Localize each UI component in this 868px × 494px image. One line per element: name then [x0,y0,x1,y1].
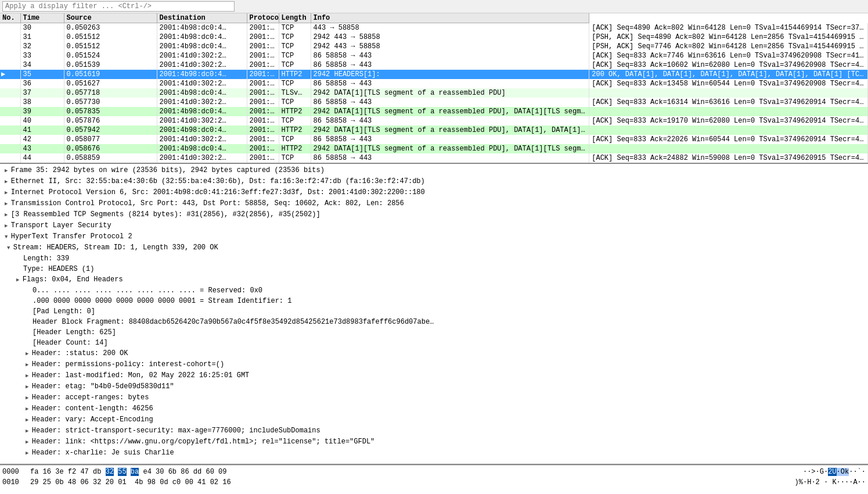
detail-item-reserved[interactable]: 0... .... .... .... .... .... .... .... … [0,285,868,296]
detail-item-header-x-charlie[interactable]: ▶ Header: x-charlie: Je suis Charlie [0,448,868,459]
detail-item-ipv6[interactable]: ▶ Internet Protocol Version 6, Src: 2001… [0,187,868,198]
table-row[interactable]: 330.0515242001:41d0:302:2…2001:4b98:dc0:… [0,51,868,60]
detail-item-header-length[interactable]: [Header Length: 625] [0,327,868,338]
row-destination: 2001:41d0:302:2… [247,70,279,79]
table-row[interactable]: 440.0588592001:41d0:302:2…2001:4b98:dc0:… [0,153,868,163]
detail-item-length[interactable]: Length: 339 [0,253,868,264]
row-info: [ACK] Seq=833 Ack=7746 Win=63616 Len=0 T… [589,51,868,60]
detail-item-type[interactable]: Type: HEADERS (1) [0,264,868,274]
row-no: 41 [20,126,64,135]
row-source: 2001:4b98:dc0:4… [157,70,247,79]
detail-item-header-etag[interactable]: ▶ Header: etag: "b4b0-5de09d5830d11" [0,381,868,392]
row-info: [ACK] Seq=4890 Ack=802 Win=64128 Len=0 T… [589,23,868,33]
row-protocol: TCP [279,135,311,144]
detail-item-header-block[interactable]: Header Block Fragment: 88408dacb6526420c… [0,317,868,327]
filter-input[interactable] [2,1,235,12]
detail-item-frame[interactable]: ▶ Frame 35: 2942 bytes on wire (23536 bi… [0,165,868,176]
row-no: 44 [20,153,64,163]
row-source: 2001:4b98:dc0:4… [157,23,247,33]
row-destination: 2001:4b98:dc0:4… [247,135,279,144]
row-info: [ACK] Seq=833 Ack=22026 Win=60544 Len=0 … [589,135,868,144]
row-destination: 2001:4b98:dc0:4… [247,98,279,107]
row-arrow [0,88,20,98]
table-row[interactable]: 410.0579422001:4b98:dc0:4…2001:41d0:302:… [0,126,868,135]
detail-item-text: Header: last-modified: Mon, 02 May 2022 … [32,371,249,380]
table-row[interactable]: 400.0578762001:41d0:302:2…2001:4b98:dc0:… [0,116,868,126]
detail-item-text: Header: x-charlie: Je suis Charlie [32,449,174,457]
detail-item-stream[interactable]: ▼ Stream: HEADERS, Stream ID: 1, Length … [0,242,868,253]
table-row[interactable]: 320.0515122001:4b98:dc0:4…2001:41d0:302:… [0,42,868,51]
row-length: 86 58858 → 443 [311,153,589,163]
table-row[interactable]: 360.0516272001:41d0:302:2…2001:4b98:dc0:… [0,79,868,88]
detail-item-header-strict-transport[interactable]: ▶ Header: strict-transport-security: max… [0,425,868,436]
row-arrow [0,42,20,51]
detail-item-header-content-length[interactable]: ▶ Header: content-length: 46256 [0,403,868,414]
row-destination: 2001:4b98:dc0:4… [247,116,279,126]
detail-item-header-count[interactable]: [Header Count: 14] [0,338,868,348]
row-destination: 2001:41d0:302:2… [247,107,279,116]
detail-item-header-permissions[interactable]: ▶ Header: permissions-policy: interest-c… [0,359,868,370]
detail-item-header-last-modified[interactable]: ▶ Header: last-modified: Mon, 02 May 202… [0,370,868,381]
col-time: Time [20,13,64,23]
detail-panel: ▶ Frame 35: 2942 bytes on wire (23536 bi… [0,164,868,465]
expand-arrow: ▶ [5,168,11,174]
row-arrow [0,23,20,33]
detail-item-header-accept-ranges[interactable]: ▶ Header: accept-ranges: bytes [0,392,868,403]
expand-arrow: ▶ [26,406,32,412]
detail-item-ethernet[interactable]: ▶ Ethernet II, Src: 32:55:ba:e4:30:6b (3… [0,176,868,187]
hex-bytes: 29 25 0b 48 06 32 20 01 4b 98 0d c0 00 4… [30,477,790,488]
row-arrow [0,51,20,60]
row-length: 2942 HEADERS[1]: [311,70,589,79]
expand-arrow: ▶ [5,190,11,196]
table-row[interactable]: 390.0578352001:4b98:dc0:4…2001:41d0:302:… [0,107,868,116]
row-length: 2942 DATA[1][TLS segment of a reassemble… [311,144,589,153]
row-time: 0.051539 [64,60,157,70]
detail-item-header-vary[interactable]: ▶ Header: vary: Accept-Encoding [0,414,868,425]
detail-item-text: Frame 35: 2942 bytes on wire (23536 bits… [11,166,325,174]
detail-item-tcp[interactable]: ▶ Transmission Control Protocol, Src Por… [0,198,868,209]
table-row[interactable]: 300.0502632001:4b98:dc0:4…2001:41d0:302:… [0,23,868,33]
table-row[interactable]: 430.0586762001:4b98:dc0:4…2001:41d0:302:… [0,144,868,153]
row-no: 30 [20,23,64,33]
row-protocol: HTTP2 [279,126,311,135]
detail-item-http2[interactable]: ▼ HyperText Transfer Protocol 2 [0,231,868,242]
row-no: 40 [20,116,64,126]
row-arrow [0,33,20,42]
table-row[interactable]: 370.0577182001:4b98:dc0:4…2001:41d0:302:… [0,88,868,98]
detail-item-tcp-reassembled[interactable]: ▶ [3 Reassembled TCP Segments (8214 byte… [0,209,868,220]
detail-item-text: Transmission Control Protocol, Src Port:… [11,199,404,207]
row-protocol: HTTP2 [279,70,311,79]
row-source: 2001:4b98:dc0:4… [157,42,247,51]
row-time: 0.057730 [64,98,157,107]
detail-item-tls[interactable]: ▶ Transport Layer Security [0,220,868,231]
detail-item-header-status[interactable]: ▶ Header: :status: 200 OK [0,348,868,359]
row-length: 2942 DATA[1][TLS segment of a reassemble… [311,88,589,98]
row-source: 2001:4b98:dc0:4… [157,107,247,116]
hex-offset: 0010 [2,477,26,488]
detail-item-flags[interactable]: ▶ Flags: 0x04, End Headers [0,274,868,285]
table-row[interactable]: 340.0515392001:41d0:302:2…2001:4b98:dc0:… [0,60,868,70]
row-arrow [0,79,20,88]
row-time: 0.051524 [64,51,157,60]
hex-ascii: )%·H·2 · K····A·· [795,477,866,488]
table-row[interactable]: ▶350.0516192001:4b98:dc0:4…2001:41d0:302… [0,70,868,79]
hex-highlight: 55 [118,468,126,476]
detail-item-header-link[interactable]: ▶ Header: link: <https://www.gnu.org/cop… [0,436,868,448]
hex-ascii: ··>·G·2U·Ok··`· [803,467,866,477]
expand-arrow: ▶ [26,362,32,368]
table-row[interactable]: 380.0577302001:41d0:302:2…2001:4b98:dc0:… [0,98,868,107]
row-length: 443 → 58858 [311,23,589,33]
expand-arrow: ▶ [5,223,11,229]
detail-item-pad-length[interactable]: [Pad Length: 0] [0,306,868,317]
table-row[interactable]: 420.0580772001:41d0:302:2…2001:4b98:dc0:… [0,135,868,144]
row-length: 86 58858 → 443 [311,98,589,107]
row-time: 0.057942 [64,126,157,135]
col-no: No. [0,13,20,23]
detail-item-text: Header: link: <https://www.gnu.org/copyl… [32,438,375,446]
row-length: 86 58858 → 443 [311,51,589,60]
hex-panel: 0000fa 16 3e f2 47 db 32 55 ba e4 30 6b … [0,465,868,494]
table-row[interactable]: 310.0515122001:4b98:dc0:4…2001:41d0:302:… [0,33,868,42]
expand-arrow: ▼ [5,234,11,240]
row-length: 86 58858 → 443 [311,79,589,88]
detail-item-stream-id[interactable]: .000 0000 0000 0000 0000 0000 0000 0001 … [0,296,868,306]
